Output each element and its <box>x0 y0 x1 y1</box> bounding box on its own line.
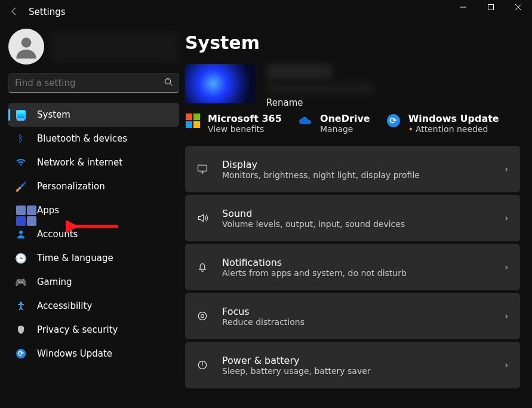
device-model-redacted <box>266 83 374 94</box>
back-button[interactable] <box>5 6 24 19</box>
sidebar-item-windows-update[interactable]: ⟳ Windows Update <box>8 342 179 366</box>
row-title: Notifications <box>222 257 493 268</box>
sidebar-item-accessibility[interactable]: Accessibility <box>8 294 179 318</box>
desktop-preview[interactable] <box>185 64 256 103</box>
sidebar-item-personalization[interactable]: 🖌️ Personalization <box>8 174 179 198</box>
svg-rect-0 <box>488 5 494 10</box>
microsoft-365-tile[interactable]: Microsoft 365 View benefits <box>185 113 282 134</box>
onedrive-icon <box>297 113 313 128</box>
update-icon: ⟳ <box>16 349 26 358</box>
clock-globe-icon: 🕒 <box>16 253 26 264</box>
row-sub: Sleep, battery usage, battery saver <box>222 366 493 376</box>
chevron-right-icon: › <box>505 360 508 370</box>
row-title: Display <box>222 159 493 170</box>
row-notifications[interactable]: Notifications Alerts from apps and syste… <box>185 244 520 290</box>
sidebar-item-system[interactable]: System <box>8 103 179 127</box>
search-box[interactable] <box>8 73 179 93</box>
sidebar-item-label: System <box>37 109 70 120</box>
sidebar-item-accounts[interactable]: Accounts <box>8 222 179 246</box>
microsoft-logo-icon <box>185 113 201 128</box>
chevron-right-icon: › <box>505 213 508 223</box>
row-sub: Alerts from apps and system, do not dist… <box>222 268 493 278</box>
row-title: Focus <box>222 306 493 317</box>
svg-point-5 <box>20 302 21 303</box>
svg-point-7 <box>198 312 206 320</box>
row-sub: Monitors, brightness, night light, displ… <box>222 170 493 180</box>
sidebar-item-label: Accessibility <box>37 300 92 311</box>
caption-buttons <box>450 0 532 24</box>
gamepad-icon: 🎮 <box>16 277 26 288</box>
row-sub: Volume levels, output, input, sound devi… <box>222 219 493 229</box>
sidebar: System ᛒ Bluetooth & devices Network & i… <box>0 24 185 408</box>
cloud-sub: •Attention needed <box>408 124 499 134</box>
search-input[interactable] <box>15 78 164 88</box>
sidebar-item-label: Accounts <box>37 229 78 240</box>
sidebar-item-label: Windows Update <box>37 348 112 359</box>
paintbrush-icon: 🖌️ <box>16 181 26 192</box>
row-display[interactable]: Display Monitors, brightness, night ligh… <box>185 146 520 192</box>
window-title: Settings <box>29 7 450 17</box>
row-title: Power & battery <box>222 355 493 366</box>
bell-icon <box>195 261 210 273</box>
page-title: System <box>185 32 520 53</box>
svg-rect-6 <box>198 165 207 171</box>
sidebar-item-label: Personalization <box>37 181 105 192</box>
focus-icon <box>195 310 210 322</box>
row-sound[interactable]: Sound Volume levels, output, input, soun… <box>185 195 520 241</box>
onedrive-tile[interactable]: OneDrive Manage <box>297 113 370 134</box>
chevron-right-icon: › <box>505 164 508 174</box>
row-focus[interactable]: Focus Reduce distractions › <box>185 293 520 339</box>
minimize-button[interactable] <box>450 0 477 24</box>
cloud-sub: Manage <box>320 124 370 134</box>
maximize-button[interactable] <box>477 0 505 24</box>
apps-icon <box>16 205 26 215</box>
bluetooth-icon: ᛒ <box>16 134 26 143</box>
sidebar-item-label: Apps <box>37 205 59 216</box>
windows-update-tile[interactable]: ⟳ Windows Update •Attention needed <box>386 113 499 134</box>
svg-point-2 <box>165 79 171 84</box>
svg-point-3 <box>20 164 22 166</box>
accessibility-icon <box>16 301 26 311</box>
row-power-battery[interactable]: Power & battery Sleep, battery usage, ba… <box>185 342 520 388</box>
sidebar-item-apps[interactable]: Apps <box>8 198 179 222</box>
chevron-right-icon: › <box>505 311 508 321</box>
main-pane: System Rename Microsoft 365 View benefit… <box>185 24 532 408</box>
cloud-title: OneDrive <box>320 113 370 124</box>
cloud-title: Microsoft 365 <box>208 113 282 124</box>
profile-block[interactable] <box>8 29 179 65</box>
row-title: Sound <box>222 208 493 219</box>
cloud-status-row: Microsoft 365 View benefits OneDrive Man… <box>185 113 520 134</box>
cloud-sub: View benefits <box>208 124 282 134</box>
sidebar-item-gaming[interactable]: 🎮 Gaming <box>8 270 179 294</box>
sidebar-item-bluetooth[interactable]: ᛒ Bluetooth & devices <box>8 127 179 151</box>
shield-icon <box>16 325 26 335</box>
monitor-icon <box>16 110 26 119</box>
svg-point-1 <box>21 38 32 48</box>
sidebar-item-network[interactable]: Network & internet <box>8 151 179 174</box>
sidebar-item-label: Gaming <box>37 277 72 287</box>
settings-list: Display Monitors, brightness, night ligh… <box>185 146 520 388</box>
svg-point-8 <box>201 315 204 318</box>
row-sub: Reduce distractions <box>222 317 493 327</box>
sidebar-item-label: Privacy & security <box>37 324 118 335</box>
sidebar-item-label: Bluetooth & devices <box>37 133 127 144</box>
display-icon <box>195 163 210 175</box>
power-icon <box>195 359 210 371</box>
svg-point-4 <box>19 231 23 234</box>
profile-name-redacted <box>51 31 179 62</box>
sidebar-item-privacy[interactable]: Privacy & security <box>8 318 179 342</box>
sidebar-item-label: Time & language <box>37 253 113 263</box>
sidebar-item-time-language[interactable]: 🕒 Time & language <box>8 246 179 270</box>
attention-dot-icon: • <box>408 124 413 134</box>
cloud-title: Windows Update <box>408 113 499 124</box>
search-icon <box>164 78 173 88</box>
avatar <box>8 29 44 65</box>
rename-link[interactable]: Rename <box>266 97 374 108</box>
person-icon <box>16 229 26 239</box>
sound-icon <box>195 212 210 224</box>
close-button[interactable] <box>505 0 532 24</box>
device-info: Rename <box>185 64 520 108</box>
chevron-right-icon: › <box>505 262 508 272</box>
update-icon: ⟳ <box>386 113 401 128</box>
wifi-icon <box>16 158 26 167</box>
